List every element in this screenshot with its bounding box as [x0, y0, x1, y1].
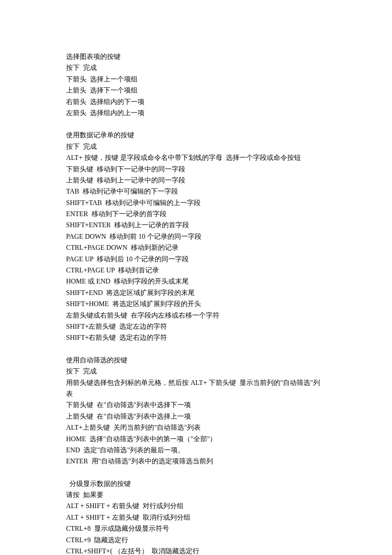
- text-line: SHIFT+TAB 移动到记录中可编辑的上一字段: [66, 197, 326, 208]
- text-line: 按下 完成: [66, 141, 326, 152]
- text-line: PAGE UP 移动到后 10 个记录的同一字段: [66, 254, 326, 265]
- text-line: ENTER 移动到下一记录的首字段: [66, 208, 326, 220]
- text-line: CTRL+9 隐藏选定行: [66, 535, 326, 546]
- text-line: 下箭头键 在"自动筛选"列表中选择下一项: [66, 399, 326, 410]
- text-line: ALT+上箭头键 关闭当前列的"自动筛选"列表: [66, 422, 326, 433]
- text-line: ENTER 用"自动筛选"列表中的选定项筛选当前列: [66, 456, 326, 467]
- text-line: SHIFT+END 将选定区域扩展到字段的末尾: [66, 287, 326, 298]
- text-line: 左箭头 选择组内的上一项: [66, 107, 326, 119]
- text-line: 右箭头 选择组内的下一项: [66, 96, 326, 107]
- text-line: CTRL+8 显示或隐藏分级显示符号: [66, 523, 326, 534]
- text-line: 选择图表项的按键: [66, 51, 326, 62]
- text-line: 上箭头键 在"自动筛选"列表中选择上一项: [66, 411, 326, 422]
- text-line: 上箭头键 移动到上一记录中的同一字段: [66, 175, 326, 186]
- text-line: 上箭头 选择下一个项组: [66, 85, 326, 96]
- text-line: HOME 或 END 移动到字段的开头或末尾: [66, 276, 326, 287]
- text-line: 请按 如果要: [66, 489, 326, 500]
- text-line: 按下 完成: [66, 366, 326, 377]
- text-line: SHIFT+右箭头键 选定右边的字符: [66, 332, 326, 343]
- section-outline-keys: 分级显示数据的按键 请按 如果要 ALT + SHIFT + 右箭头键 对行或列…: [66, 478, 326, 555]
- text-line: TAB 移动到记录中可编辑的下一字段: [66, 186, 326, 197]
- text-line: END 选定"自动筛选"列表的最后一项。: [66, 445, 326, 456]
- text-line: ALT+ 按键，按键 是字段或命令名中带下划线的字母 选择一个字段或命令按钮: [66, 152, 326, 163]
- text-line: CTRL+SHIFT+( （左括号） 取消隐藏选定行: [66, 546, 326, 555]
- section-data-form-keys: 使用数据记录单的按键 按下 完成 ALT+ 按键，按键 是字段或命令名中带下划线…: [66, 130, 326, 343]
- text-line: 按下 完成: [66, 62, 326, 73]
- text-line: 分级显示数据的按键: [66, 478, 326, 489]
- text-line: 下箭头 选择上一个项组: [66, 74, 326, 85]
- text-line: CTRL+PAGE DOWN 移动到新的记录: [66, 242, 326, 253]
- text-line: SHIFT+HOME 将选定区域扩展到字段的开头: [66, 298, 326, 309]
- section-autofilter-keys: 使用自动筛选的按键 按下 完成 用箭头键选择包含列标的单元格，然后按 ALT+ …: [66, 355, 326, 467]
- text-line: 用箭头键选择包含列标的单元格，然后按 ALT+ 下箭头键 显示当前列的"自动筛选…: [66, 377, 326, 400]
- text-line: HOME 选择"自动筛选"列表中的第一项（"全部"）: [66, 434, 326, 445]
- text-line: 使用自动筛选的按键: [66, 355, 326, 366]
- document-page: 选择图表项的按键 按下 完成 下箭头 选择上一个项组 上箭头 选择下一个项组 右…: [0, 0, 392, 555]
- text-line: ALT + SHIFT + 左箭头键 取消行或列分组: [66, 512, 326, 523]
- text-line: CTRL+PAGE UP 移动到首记录: [66, 265, 326, 276]
- text-line: 下箭头键 移动到下一记录中的同一字段: [66, 164, 326, 175]
- section-chart-keys: 选择图表项的按键 按下 完成 下箭头 选择上一个项组 上箭头 选择下一个项组 右…: [66, 51, 326, 119]
- text-line: ALT + SHIFT + 右箭头键 对行或列分组: [66, 500, 326, 512]
- text-line: PAGE DOWN 移动到前 10 个记录的同一字段: [66, 231, 326, 242]
- text-line: 使用数据记录单的按键: [66, 130, 326, 141]
- text-line: SHIFT+ENTER 移动到上一记录的首字段: [66, 220, 326, 231]
- text-line: 左箭头键或右箭头键 在字段内左移或右移一个字符: [66, 310, 326, 321]
- text-line: SHIFT+左箭头键 选定左边的字符: [66, 321, 326, 332]
